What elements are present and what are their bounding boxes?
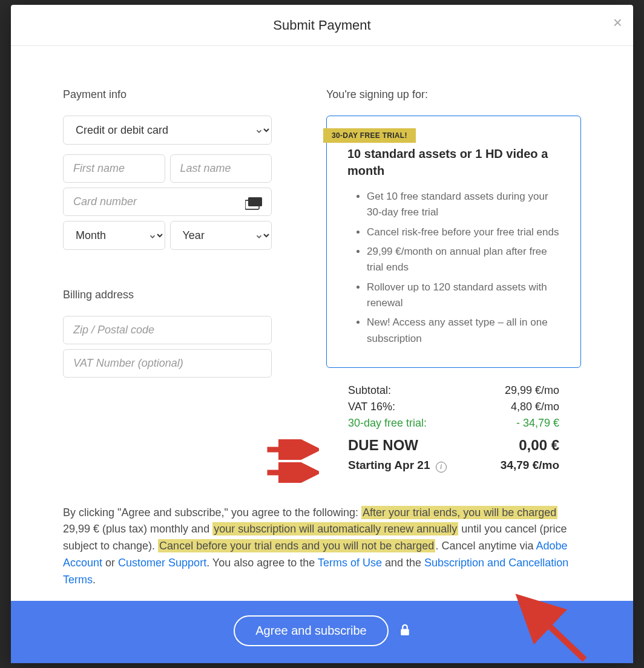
- plan-bullet: Rollover up to 120 standard assets with …: [367, 280, 560, 312]
- svg-line-8: [524, 602, 585, 660]
- annotation-arrow: [264, 439, 319, 460]
- payment-column: Payment info Credit or debit card: [63, 88, 272, 478]
- agree-subscribe-button[interactable]: Agree and subscribe: [234, 615, 388, 646]
- vat-input[interactable]: [63, 349, 272, 378]
- subtotal-label: Subtotal:: [348, 384, 391, 397]
- close-button[interactable]: ×: [613, 13, 622, 32]
- subtotal-row: Subtotal: 29,99 €/mo: [348, 382, 559, 399]
- payment-method-select[interactable]: Credit or debit card: [63, 116, 272, 145]
- last-name-input[interactable]: [170, 154, 272, 183]
- payment-modal: Submit Payment × Payment info Credit or …: [11, 5, 633, 663]
- plan-box: 30-DAY FREE TRIAL! 10 standard assets or…: [326, 116, 581, 368]
- starting-row: Starting Apr 21 i 34,79 €/mo: [348, 457, 559, 474]
- lock-icon: [399, 623, 410, 639]
- plan-bullet: New! Access any asset type – all in one …: [367, 315, 560, 347]
- svg-rect-1: [248, 197, 262, 206]
- subtotal-value: 29,99 €/mo: [505, 384, 559, 397]
- summary-column: You're signing up for: 30-DAY FREE TRIAL…: [326, 88, 581, 478]
- modal-footer: Agree and subscribe: [11, 601, 633, 663]
- credit-card-icon: [245, 197, 262, 212]
- expiry-month-select[interactable]: Month: [63, 221, 165, 250]
- vat-label: VAT 16%:: [348, 401, 395, 413]
- payment-info-label: Payment info: [63, 88, 272, 101]
- plan-bullet: Cancel risk-free before your free trial …: [367, 224, 560, 240]
- svg-rect-6: [401, 629, 409, 635]
- terms-text: By clicking "Agree and subscribe," you a…: [11, 490, 633, 601]
- due-label: DUE NOW: [348, 437, 418, 454]
- terms-of-use-link[interactable]: Terms of Use: [318, 557, 382, 569]
- expiry-year-select[interactable]: Year: [170, 221, 272, 250]
- modal-body: Payment info Credit or debit card: [11, 46, 633, 490]
- zip-input[interactable]: [63, 316, 272, 344]
- plan-bullets: Get 10 free standard assets during your …: [347, 189, 560, 347]
- card-number-input[interactable]: [63, 188, 272, 216]
- plan-bullet: Get 10 free standard assets during your …: [367, 189, 560, 221]
- totals: Subtotal: 29,99 €/mo VAT 16%: 4,80 €/mo …: [326, 382, 581, 474]
- trial-label: 30-day free trial:: [348, 417, 427, 430]
- trial-row: 30-day free trial: - 34,79 €: [348, 415, 559, 431]
- plan-title: 10 standard assets or 1 HD video a month: [347, 145, 560, 179]
- signup-label: You're signing up for:: [326, 88, 581, 101]
- trial-value: - 34,79 €: [516, 417, 559, 430]
- annotation-arrow: [512, 593, 591, 666]
- customer-support-link[interactable]: Customer Support: [118, 557, 206, 569]
- billing-address-label: Billing address: [63, 289, 272, 301]
- trial-badge: 30-DAY FREE TRIAL!: [323, 128, 416, 143]
- info-icon[interactable]: i: [436, 462, 447, 473]
- starting-value: 34,79 €/mo: [501, 459, 559, 473]
- first-name-input[interactable]: [63, 154, 165, 183]
- annotation-arrow: [264, 462, 319, 483]
- vat-row: VAT 16%: 4,80 €/mo: [348, 399, 559, 415]
- due-row: DUE NOW 0,00 €: [348, 435, 559, 456]
- modal-title: Submit Payment: [273, 18, 370, 33]
- vat-value: 4,80 €/mo: [511, 401, 559, 413]
- modal-header: Submit Payment ×: [11, 5, 633, 46]
- due-value: 0,00 €: [519, 437, 559, 454]
- starting-label: Starting Apr 21 i: [348, 459, 447, 473]
- plan-bullet: 29,99 €/month on annual plan after free …: [367, 244, 560, 276]
